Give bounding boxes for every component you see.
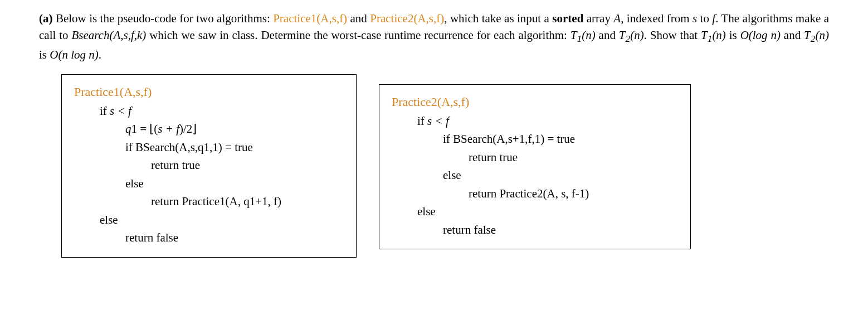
text: , indexed from	[621, 12, 693, 25]
sorted-word: sorted	[552, 12, 583, 25]
code-line: return Practice2(A, s, f-1)	[392, 185, 678, 203]
code-line: if s < f	[74, 102, 344, 120]
code-line: if BSearch(A,s,q1,1) = true	[74, 138, 344, 157]
problem-paragraph: (a) Below is the pseudo-code for two alg…	[39, 10, 829, 63]
text: is	[726, 28, 740, 42]
code-line: return false	[392, 221, 678, 239]
text: . Show that	[644, 28, 701, 42]
t1: T1(n)	[570, 28, 596, 42]
code-line: else	[74, 211, 344, 229]
part-label: (a)	[39, 12, 53, 25]
practice1-box: Practice1(A,s,f) if s < f q1 = ⌊(s + f)/…	[61, 74, 357, 257]
code-line: q1 = ⌊(s + f)/2⌋	[74, 120, 344, 138]
code-line: return false	[74, 229, 344, 247]
code-boxes-row: Practice1(A,s,f) if s < f q1 = ⌊(s + f)/…	[39, 71, 829, 257]
text: .	[99, 48, 101, 61]
alg2-name: Practice2(A,s,f)	[370, 12, 444, 25]
array-var: A	[613, 12, 621, 25]
text: and	[347, 12, 370, 25]
text: array	[583, 12, 613, 25]
t2-again: T2(n)	[804, 28, 829, 42]
code-line: return true	[392, 148, 678, 167]
code-line: else	[392, 202, 678, 221]
code-line: if BSearch(A,s+1,f,1) = true	[392, 130, 678, 148]
text: which we saw in class. Determine the wor…	[146, 28, 570, 42]
practice2-box: Practice2(A,s,f) if s < f if BSearch(A,s…	[379, 84, 691, 249]
code-line: else	[392, 166, 678, 185]
code-line: else	[74, 175, 344, 193]
text: is	[39, 48, 50, 61]
text: to	[697, 12, 712, 25]
code-line: if s < f	[392, 112, 678, 130]
s-var: s	[693, 12, 697, 25]
bsearch-call: Bsearch(A,s,f,k)	[71, 28, 146, 42]
code-line: return Practice1(A, q1+1, f)	[74, 192, 344, 211]
t1-again: T1(n)	[701, 28, 726, 42]
big-o-nlog: O(n log n)	[50, 48, 99, 61]
text: and	[596, 28, 619, 42]
text: , which take as input a	[444, 12, 552, 25]
alg1-name: Practice1(A,s,f)	[273, 12, 347, 25]
code-line: return true	[74, 156, 344, 175]
t2: T2(n)	[619, 28, 644, 42]
big-o-log: O(log n)	[740, 28, 781, 42]
practice2-title: Practice2(A,s,f)	[392, 93, 678, 112]
text: Below is the pseudo-code for two algorit…	[56, 12, 273, 25]
practice1-title: Practice1(A,s,f)	[74, 83, 344, 102]
page: (a) Below is the pseudo-code for two alg…	[0, 0, 868, 269]
text: and	[781, 28, 804, 42]
